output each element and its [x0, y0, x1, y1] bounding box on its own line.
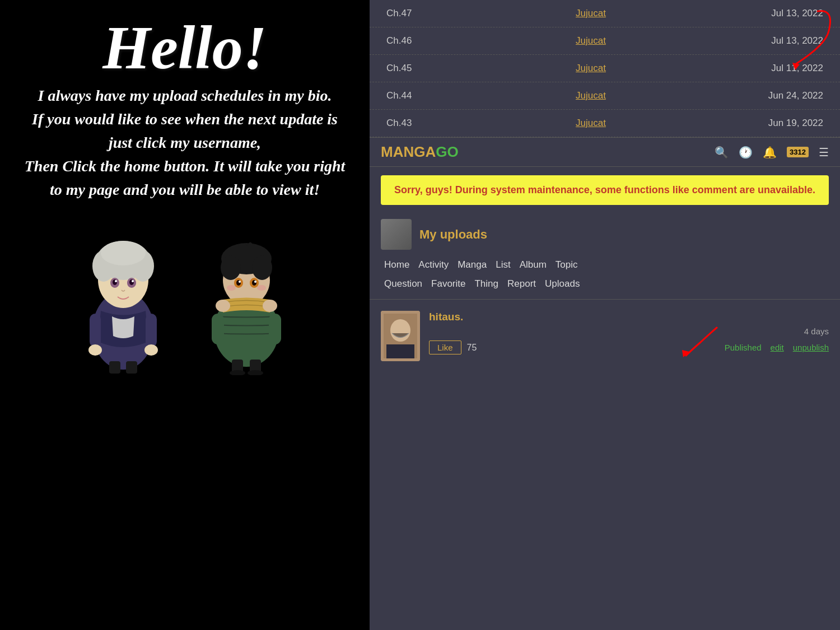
svg-point-29 [227, 285, 236, 291]
tab-manga[interactable]: Manga [454, 258, 490, 272]
svg-rect-16 [109, 361, 120, 374]
like-count: 75 [467, 343, 477, 353]
logo-go: GO [436, 143, 458, 160]
chapter-author-link[interactable]: Jujucat [431, 35, 750, 46]
tab-question[interactable]: Question [381, 277, 426, 291]
tab-report[interactable]: Report [504, 277, 539, 291]
tab-topic[interactable]: Topic [552, 258, 581, 272]
nav-tabs-row2: Question Favorite Thing Report Uploads [370, 274, 840, 293]
chapter-author-link[interactable]: Jujucat [431, 63, 750, 74]
notification-badge: 3312 [787, 147, 809, 157]
tab-list[interactable]: List [492, 258, 514, 272]
table-row: Ch.46 Jujucat Jul 13, 2022 [370, 27, 840, 55]
menu-icon[interactable]: ☰ [819, 146, 829, 159]
chapter-date: Jul 13, 2022 [750, 8, 823, 19]
svg-point-41 [390, 319, 410, 342]
svg-rect-13 [146, 314, 157, 347]
svg-point-22 [252, 255, 272, 280]
chapter-author-link[interactable]: Jujucat [431, 90, 750, 101]
chapter-author-link[interactable]: Jujucat [431, 118, 750, 129]
right-panel-wrapper: Ch.47 Jujucat Jul 13, 2022 Ch.46 Jujucat… [370, 0, 840, 630]
post-content: hitaus. 4 days Like 75 Published edit [429, 311, 829, 354]
left-panel: Hello! I always have my upload schedules… [0, 0, 370, 630]
svg-rect-12 [90, 314, 101, 347]
published-status: Published [725, 343, 762, 352]
chapter-list: Ch.47 Jujucat Jul 13, 2022 Ch.46 Jujucat… [370, 0, 840, 137]
table-row: Ch.45 Jujucat Jul 11, 2022 [370, 55, 840, 82]
svg-point-30 [257, 285, 266, 291]
svg-rect-33 [212, 314, 224, 344]
svg-point-5 [101, 241, 146, 265]
post-avatar [381, 311, 420, 361]
chapter-date: Jun 19, 2022 [750, 118, 823, 129]
tab-activity[interactable]: Activity [415, 258, 452, 272]
post-left-actions: Like 75 [429, 340, 477, 354]
profile-section: My uploads [370, 213, 840, 255]
svg-point-32 [263, 300, 277, 312]
right-panel: Ch.47 Jujucat Jul 13, 2022 Ch.46 Jujucat… [370, 0, 840, 630]
post-section: hitaus. 4 days Like 75 Published edit [370, 299, 840, 372]
svg-point-31 [216, 300, 230, 312]
description-text: I always have my upload schedules in my … [22, 84, 347, 202]
chapter-date: Jul 13, 2022 [750, 35, 823, 46]
post-time: 4 days [429, 326, 829, 336]
table-row: Ch.44 Jujucat Jun 24, 2022 [370, 82, 840, 110]
tab-thing[interactable]: Thing [471, 277, 502, 291]
nav-icons: 🔍 🕐 🔔 3312 ☰ [715, 146, 829, 159]
chapter-number: Ch.43 [386, 118, 431, 129]
svg-point-28 [254, 281, 256, 283]
table-row: Ch.47 Jujucat Jul 13, 2022 [370, 0, 840, 27]
maintenance-banner: Sorry, guys! During system maintenance, … [381, 175, 829, 205]
character-left [67, 218, 179, 375]
chapter-number: Ch.44 [386, 90, 431, 101]
bell-icon[interactable]: 🔔 [763, 146, 777, 159]
chapter-number: Ch.47 [386, 8, 431, 19]
logo[interactable]: MANGAGO [381, 143, 459, 161]
table-row: Ch.43 Jujucat Jun 19, 2022 [370, 110, 840, 137]
svg-rect-34 [269, 314, 281, 344]
svg-rect-42 [386, 344, 414, 358]
characters-container [67, 218, 302, 375]
svg-point-27 [239, 281, 241, 283]
svg-point-21 [221, 255, 241, 280]
chapter-date: Jul 11, 2022 [750, 63, 823, 74]
uploads-label: My uploads [419, 227, 487, 242]
chapter-number: Ch.46 [386, 35, 431, 46]
tab-favorite[interactable]: Favorite [428, 277, 469, 291]
svg-point-11 [132, 280, 134, 282]
chapter-number: Ch.45 [386, 63, 431, 74]
post-actions: Like 75 Published edit unpublish [429, 340, 829, 354]
post-right-actions: Published edit unpublish [725, 343, 829, 352]
page-title: Hello! [102, 17, 267, 78]
search-icon[interactable]: 🔍 [715, 146, 729, 159]
post-username[interactable]: hitaus. [429, 311, 829, 323]
tab-uploads[interactable]: Uploads [542, 277, 583, 291]
logo-manga: MANGA [381, 143, 436, 160]
tab-album[interactable]: Album [516, 258, 550, 272]
navbar: MANGAGO 🔍 🕐 🔔 3312 ☰ [370, 137, 840, 167]
nav-tabs-row1: Home Activity Manga List Album Topic [370, 255, 840, 274]
avatar [381, 219, 412, 250]
post-card: hitaus. 4 days Like 75 Published edit [381, 311, 829, 361]
chapter-author-link[interactable]: Jujucat [431, 8, 750, 19]
svg-point-14 [88, 344, 102, 356]
edit-link[interactable]: edit [771, 343, 784, 352]
tab-home[interactable]: Home [381, 258, 413, 272]
svg-rect-17 [126, 361, 137, 374]
like-button[interactable]: Like [429, 340, 461, 354]
character-right [190, 218, 302, 375]
history-icon[interactable]: 🕐 [739, 146, 753, 159]
svg-point-15 [144, 344, 158, 356]
unpublish-link[interactable]: unpublish [793, 343, 829, 352]
chapter-date: Jun 24, 2022 [750, 90, 823, 101]
svg-point-10 [115, 280, 117, 282]
